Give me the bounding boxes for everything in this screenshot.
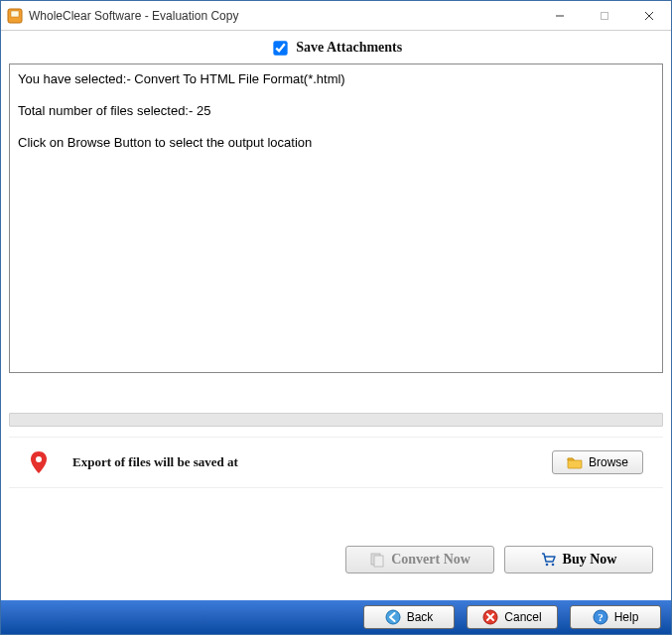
back-button[interactable]: Back (363, 605, 455, 629)
log-line: Total number of files selected:- 25 (18, 102, 654, 120)
export-row: Export of files will be saved at Browse (9, 437, 663, 488)
convert-now-label: Convert Now (391, 552, 470, 568)
svg-point-6 (36, 456, 42, 462)
convert-icon (369, 552, 385, 568)
maximize-button (582, 1, 626, 30)
svg-point-10 (551, 564, 554, 567)
buy-now-button[interactable]: Buy Now (504, 546, 653, 573)
log-line: Click on Browse Button to select the out… (18, 134, 654, 152)
save-attachments-row: Save Attachments (9, 39, 663, 58)
back-button-label: Back (407, 610, 434, 624)
svg-point-11 (386, 610, 400, 624)
titlebar: WholeClear Software - Evaluation Copy (1, 1, 671, 31)
cancel-button[interactable]: Cancel (467, 605, 558, 629)
svg-rect-1 (11, 11, 19, 17)
save-attachments-label: Save Attachments (296, 40, 402, 55)
svg-rect-3 (601, 12, 607, 19)
window-controls (537, 1, 671, 30)
minimize-button[interactable] (537, 1, 582, 30)
export-label: Export of files will be saved at (72, 454, 528, 470)
cart-icon (541, 552, 557, 568)
help-button-label: Help (614, 610, 639, 624)
cancel-icon (482, 609, 498, 625)
buy-now-label: Buy Now (563, 552, 617, 568)
cancel-button-label: Cancel (504, 610, 541, 624)
back-arrow-icon (385, 609, 401, 625)
svg-text:?: ? (598, 611, 604, 623)
folder-icon (567, 454, 583, 470)
help-button[interactable]: ? Help (570, 605, 661, 629)
progress-bar (9, 413, 663, 427)
save-attachments-checkbox[interactable] (273, 41, 287, 55)
close-icon (644, 11, 654, 21)
location-pin-icon (29, 450, 49, 474)
window-title: WholeClear Software - Evaluation Copy (29, 9, 537, 23)
maximize-icon (600, 11, 609, 21)
action-buttons: Convert Now Buy Now (9, 546, 663, 581)
app-icon (7, 8, 23, 24)
browse-button[interactable]: Browse (552, 450, 643, 474)
browse-button-label: Browse (589, 455, 628, 469)
log-box: You have selected:- Convert To HTML File… (9, 64, 663, 373)
log-line: You have selected:- Convert To HTML File… (18, 70, 654, 88)
minimize-icon (555, 11, 565, 21)
close-button[interactable] (626, 1, 671, 30)
convert-now-button: Convert Now (345, 546, 494, 573)
help-icon: ? (593, 609, 608, 625)
save-attachments-label-wrap[interactable]: Save Attachments (270, 40, 402, 55)
svg-point-9 (545, 564, 548, 567)
footer-bar: Back Cancel ? Help (1, 600, 671, 634)
svg-rect-8 (374, 556, 383, 567)
